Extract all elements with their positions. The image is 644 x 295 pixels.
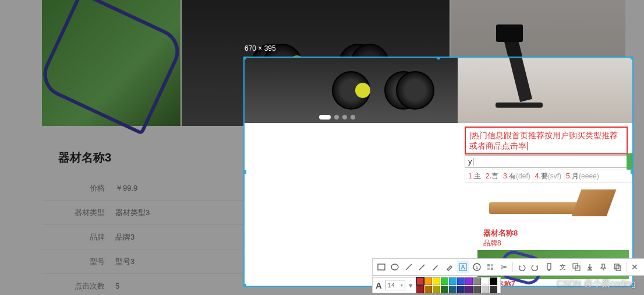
color-palette <box>416 278 497 293</box>
font-label-icon: A <box>376 280 382 290</box>
pencil-tool-icon[interactable] <box>430 261 442 273</box>
color-swatch[interactable] <box>465 286 473 293</box>
selection-bg-dumbbell <box>245 58 458 123</box>
svg-text:文: 文 <box>560 264 566 271</box>
resize-handle[interactable] <box>243 170 246 174</box>
carousel-thumb-1 <box>42 0 181 126</box>
resize-handle[interactable] <box>631 170 634 174</box>
arrow-tool-icon[interactable] <box>416 261 428 273</box>
resize-handle[interactable] <box>631 57 634 59</box>
color-swatch[interactable] <box>441 286 448 293</box>
ime-candidate: 2.言 <box>486 171 498 181</box>
color-swatch[interactable] <box>465 278 473 285</box>
text-tool-icon[interactable]: A <box>457 261 469 273</box>
svg-rect-8 <box>487 264 490 266</box>
scissors-tool-icon[interactable]: ✂ <box>498 261 510 273</box>
annotation-text-box[interactable]: 热门信息跟首页推荐按用户购买类型推荐或者商品点击率 <box>465 127 628 154</box>
color-swatch[interactable] <box>449 278 457 285</box>
pin-icon[interactable] <box>597 261 610 273</box>
svg-text:1: 1 <box>475 265 478 270</box>
color-swatch[interactable] <box>473 278 481 285</box>
svg-rect-12 <box>547 264 551 269</box>
color-swatch[interactable] <box>482 286 489 293</box>
color-swatch[interactable] <box>441 278 448 285</box>
color-swatch[interactable] <box>416 278 424 285</box>
value-brand: 品牌3 <box>115 232 135 243</box>
color-swatch[interactable] <box>482 278 489 285</box>
color-swatch[interactable] <box>433 286 440 293</box>
marker-tool-icon[interactable] <box>443 261 455 273</box>
color-swatch[interactable] <box>433 278 440 285</box>
value-type: 器材类型3 <box>115 208 150 218</box>
svg-rect-0 <box>378 264 385 270</box>
line-tool-icon[interactable] <box>402 261 415 273</box>
color-swatch[interactable] <box>416 286 424 293</box>
color-swatch[interactable] <box>457 278 465 285</box>
color-swatch[interactable] <box>424 278 432 285</box>
ocr-text-icon[interactable]: 文 <box>556 261 568 273</box>
screenshot-selection[interactable]: 670 × 395 热门信息跟首页推荐按用户购买类型推荐或者商品点击率 y <box>243 57 634 287</box>
svg-rect-9 <box>491 264 493 266</box>
svg-rect-16 <box>614 264 619 269</box>
resize-handle[interactable] <box>243 284 246 287</box>
translate-icon[interactable] <box>570 261 582 273</box>
resize-handle[interactable] <box>243 57 246 59</box>
svg-line-2 <box>406 264 412 270</box>
download-icon[interactable] <box>583 261 596 273</box>
ime-input-field[interactable]: y <box>465 155 631 168</box>
value-model: 型号3 <box>115 257 135 267</box>
svg-point-1 <box>391 264 398 270</box>
screenshot-toolbar: A 1 ✂ 文 ✕ 完成 <box>372 258 644 276</box>
close-icon[interactable]: ✕ <box>629 261 641 273</box>
watermark: CSDN @小蔡coding <box>557 278 636 289</box>
undo-icon[interactable] <box>515 261 528 273</box>
recommend-item-name[interactable]: 器材名称8 <box>483 228 518 238</box>
redo-icon[interactable] <box>529 261 542 273</box>
ime-candidates[interactable]: 1.主 2.言 3.有(def) 4.要(svf) 5.月(eeee) <box>465 170 632 182</box>
color-swatch[interactable] <box>473 286 481 293</box>
number-tool-icon[interactable]: 1 <box>470 261 483 273</box>
copy-icon[interactable] <box>611 261 623 273</box>
rectangle-tool-icon[interactable] <box>375 261 387 273</box>
svg-rect-17 <box>616 266 621 271</box>
label-price: 价格 <box>58 183 105 194</box>
label-brand: 品牌 <box>58 232 105 243</box>
resize-handle[interactable] <box>437 57 440 59</box>
svg-text:A: A <box>461 264 465 271</box>
font-size-select[interactable]: 14 <box>385 280 405 290</box>
label-clicks: 点击次数 <box>58 281 105 292</box>
label-model: 型号 <box>58 257 105 267</box>
label-type: 器材类型 <box>58 208 105 218</box>
color-swatch[interactable] <box>457 286 465 293</box>
svg-rect-10 <box>487 268 490 270</box>
recommend-item-image[interactable] <box>477 185 629 226</box>
ellipse-tool-icon[interactable] <box>388 261 401 273</box>
blur-tool-icon[interactable] <box>484 261 496 273</box>
ime-candidate: 5.月(eeee) <box>566 171 599 181</box>
color-swatch[interactable] <box>424 286 432 293</box>
value-clicks: 5 <box>115 282 119 290</box>
annotation-text: 热门信息跟首页推荐按用户购买类型推荐或者商品点击率 <box>469 131 618 150</box>
long-screenshot-icon[interactable] <box>543 261 555 273</box>
ime-candidate: 4.要(svf) <box>535 171 561 181</box>
recommend-item-brand: 品牌8 <box>483 238 501 248</box>
selection-dimensions-label: 670 × 395 <box>245 44 276 52</box>
selection-bg-bike <box>458 58 632 123</box>
color-swatch[interactable] <box>449 286 457 293</box>
ime-candidate: 3.有(def) <box>503 171 530 181</box>
value-price: ￥99.9 <box>115 183 137 194</box>
text-style-toolbar: A 14 ▾ <box>372 277 501 293</box>
ime-indicator-icon <box>627 153 634 170</box>
svg-rect-11 <box>491 268 493 270</box>
color-swatch[interactable] <box>490 286 497 293</box>
ime-candidate: 1.主 <box>468 171 481 181</box>
color-swatch[interactable] <box>490 278 497 285</box>
